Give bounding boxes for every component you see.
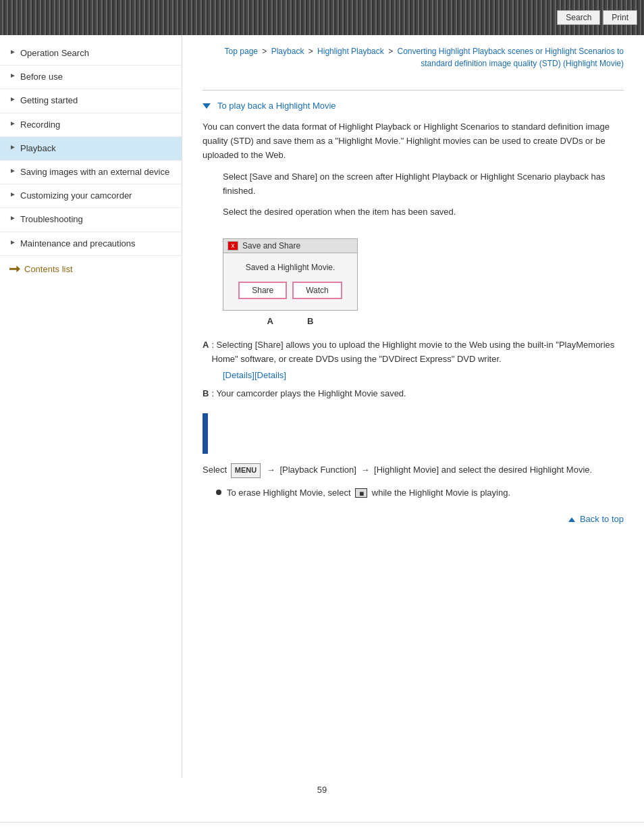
instruction-text-after: and select the desired Highlight Movie.	[441, 465, 592, 475]
bullet-text: To erase Highlight Movie, select ⏹ while…	[227, 486, 510, 500]
bullet-dot-icon	[216, 490, 221, 495]
dialog-title: Save and Share	[242, 241, 300, 251]
sidebar-arrow: ►	[9, 95, 16, 103]
sidebar-item-label: Getting started	[20, 95, 78, 107]
dialog-label-a: A	[267, 316, 273, 326]
dialog-container: x Save and Share Saved a Highlight Movie…	[223, 238, 358, 326]
print-button[interactable]: Print	[603, 10, 637, 25]
sidebar-item-customizing[interactable]: ► Customizing your camcorder	[0, 184, 182, 208]
sidebar-item-label: Troubleshooting	[20, 213, 83, 226]
breadcrumb-top-page[interactable]: Top page	[225, 47, 258, 56]
main-layout: ► Operation Search ► Before use ► Gettin…	[0, 35, 644, 778]
sidebar-item-label: Playback	[20, 142, 56, 155]
sidebar-arrow: ►	[9, 238, 16, 246]
note-b-label: B	[203, 387, 209, 401]
note-b: B : Your camcorder plays the Highlight M…	[203, 387, 624, 401]
sidebar-item-before-use[interactable]: ► Before use	[0, 66, 182, 89]
sidebar-item-label: Customizing your camcorder	[20, 190, 132, 202]
sidebar-arrow: ►	[9, 72, 16, 79]
sidebar-item-getting-started[interactable]: ► Getting started	[0, 89, 182, 113]
back-to-top-label: Back to top	[580, 514, 624, 524]
dialog-message: Saved a Highlight Movie.	[230, 263, 350, 272]
note-a-label: A	[203, 338, 209, 353]
breadcrumb-playback[interactable]: Playback	[271, 47, 304, 56]
camera-stop-icon: ⏹	[355, 488, 367, 498]
contents-list-link[interactable]: Contents list	[0, 256, 182, 280]
sidebar-arrow: ►	[9, 190, 16, 198]
arrow-2: →	[360, 465, 369, 475]
breadcrumb-highlight-playback[interactable]: Highlight Playback	[317, 47, 384, 56]
back-to-top: Back to top	[203, 514, 624, 524]
triangle-down-icon	[203, 103, 211, 109]
content-divider	[203, 90, 624, 90]
breadcrumb: Top page > Playback > Highlight Playback…	[203, 42, 624, 70]
sidebar-item-maintenance[interactable]: ► Maintenance and precautions	[0, 232, 182, 256]
instruction-text-before: Select	[203, 465, 227, 475]
section-heading-text: To play back a Highlight Movie	[217, 101, 336, 111]
page-number: 59	[0, 778, 644, 802]
back-to-top-link[interactable]: Back to top	[568, 514, 624, 524]
sidebar-item-label: Maintenance and precautions	[20, 238, 136, 250]
sidebar-arrow: ►	[9, 214, 16, 221]
sidebar-arrow: ►	[9, 120, 16, 127]
menu-button-inline: MENU	[231, 463, 261, 478]
sidebar-item-troubleshooting[interactable]: ► Troubleshooting	[0, 208, 182, 232]
highlight-movie-text: [Highlight Movie]	[374, 465, 439, 475]
sidebar-arrow: ►	[9, 48, 16, 55]
bullet-text-before: To erase Highlight Movie, select	[227, 488, 351, 498]
back-to-top-triangle-icon	[568, 517, 575, 522]
details-link[interactable]: [Details][Details]	[223, 370, 286, 380]
sidebar: ► Operation Search ► Before use ► Gettin…	[0, 35, 182, 778]
sidebar-arrow: ►	[9, 143, 16, 151]
sidebar-item-operation-search[interactable]: ► Operation Search	[0, 42, 182, 66]
section-heading: To play back a Highlight Movie	[203, 101, 624, 111]
dialog-body: Saved a Highlight Movie. Share Watch	[223, 253, 357, 310]
sidebar-item-label: Before use	[20, 71, 63, 83]
sidebar-item-label: Recording	[20, 119, 60, 131]
dialog-box: x Save and Share Saved a Highlight Movie…	[223, 238, 358, 311]
details-link-container: [Details][Details]	[223, 370, 624, 380]
contents-list-label: Contents list	[24, 264, 73, 274]
sidebar-item-recording[interactable]: ► Recording	[0, 113, 182, 137]
note-a-text: : Selecting [Share] allows you to upload…	[211, 338, 624, 367]
playback-function-text: [Playback Function]	[279, 465, 356, 475]
sidebar-arrow: ►	[9, 167, 16, 174]
search-button[interactable]: Search	[557, 10, 600, 25]
paragraph-2: Select [Save and Share] on the screen af…	[223, 170, 624, 199]
sidebar-item-label: Operation Search	[20, 47, 89, 59]
note-b-text: : Your camcorder plays the Highlight Mov…	[211, 387, 406, 401]
bullet-text-after: while the Highlight Movie is playing.	[372, 488, 510, 498]
footer: Copyright 2012 Sony Corporation	[0, 822, 644, 834]
bullet-point: To erase Highlight Movie, select ⏹ while…	[216, 486, 624, 500]
sidebar-item-label: Saving images with an external device	[20, 166, 169, 178]
paragraph-3: Select the desired operation when the it…	[223, 205, 624, 219]
blue-bar-section	[203, 413, 624, 454]
sidebar-item-playback[interactable]: ► Playback	[0, 137, 182, 161]
dialog-share-button[interactable]: Share	[238, 282, 287, 299]
dialog-watch-button[interactable]: Watch	[292, 282, 342, 299]
header-buttons: Search Print	[557, 10, 637, 25]
dialog-labels: A B	[223, 316, 358, 326]
contents-list-arrow-icon	[9, 265, 20, 272]
instruction-line: Select MENU → [Playback Function] → [Hig…	[203, 463, 624, 478]
note-a: A : Selecting [Share] allows you to uplo…	[203, 338, 624, 367]
breadcrumb-current[interactable]: Converting Highlight Playback scenes or …	[397, 47, 624, 68]
dialog-label-b: B	[307, 316, 313, 326]
dialog-close-button[interactable]: x	[227, 241, 238, 251]
paragraph-1: You can convert the data format of Highl…	[203, 120, 624, 162]
blue-bar-icon	[203, 413, 208, 454]
dialog-titlebar: x Save and Share	[223, 239, 357, 253]
dialog-buttons: Share Watch	[230, 282, 350, 299]
sidebar-item-saving-images[interactable]: ► Saving images with an external device	[0, 161, 182, 184]
content-area: Top page > Playback > Highlight Playback…	[182, 35, 644, 778]
header-bar: Search Print	[0, 0, 644, 35]
arrow-1: →	[267, 465, 275, 475]
